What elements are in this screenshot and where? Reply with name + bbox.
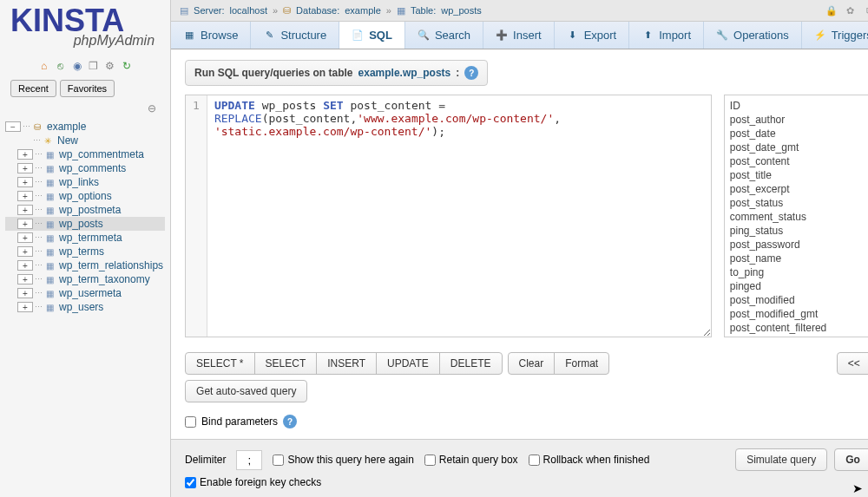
column-item[interactable]: to_ping: [730, 265, 865, 279]
table-icon: ✳: [41, 134, 55, 147]
code-content[interactable]: UPDATE wp_posts SET post_content = REPLA…: [207, 95, 568, 337]
settings-icon[interactable]: ✿: [844, 3, 858, 17]
delimiter-input[interactable]: [236, 450, 262, 470]
help-icon[interactable]: ?: [283, 415, 297, 428]
select-star-button[interactable]: SELECT *: [185, 352, 254, 375]
fk-checkbox[interactable]: [185, 477, 196, 488]
select-button[interactable]: SELECT: [254, 352, 318, 375]
query-title: Run SQL query/queries on table example.w…: [185, 60, 488, 86]
column-item[interactable]: post_author: [730, 113, 865, 127]
autosaved-button[interactable]: Get auto-saved query: [185, 380, 307, 402]
column-item[interactable]: ID: [730, 99, 865, 113]
tab-operations[interactable]: 🔧Operations: [704, 22, 802, 49]
editor-area: 1 UPDATE wp_posts SET post_content = REP…: [185, 95, 868, 343]
tab-triggers[interactable]: ⚡Triggers: [802, 22, 868, 49]
home-icon[interactable]: ⌂: [37, 59, 51, 73]
update-button[interactable]: UPDATE: [376, 352, 440, 375]
operations-icon: 🔧: [716, 29, 728, 42]
insert-button[interactable]: INSERT: [316, 352, 377, 375]
exit-icon[interactable]: ⎋: [54, 59, 68, 73]
db-name[interactable]: example: [345, 5, 381, 16]
docs-icon[interactable]: ❐: [87, 59, 101, 73]
column-item[interactable]: post_modified: [730, 293, 865, 307]
tree-item[interactable]: +⋯▦wp_postmeta: [5, 203, 165, 217]
server-name[interactable]: localhost: [230, 5, 267, 16]
column-item[interactable]: post_date_gmt: [730, 141, 865, 154]
expand-icon[interactable]: −: [5, 121, 21, 132]
gear-icon[interactable]: ⚙: [103, 59, 117, 73]
tree-item-selected[interactable]: +⋯▦wp_posts: [5, 217, 165, 231]
tab-browse[interactable]: ▦Browse: [171, 22, 251, 49]
column-item[interactable]: post_date: [730, 127, 865, 141]
tab-import[interactable]: ⬆Import: [629, 22, 704, 49]
column-item[interactable]: post_content_filtered: [730, 321, 865, 335]
expand-icon[interactable]: +: [17, 219, 33, 229]
tab-insert[interactable]: ➕Insert: [483, 22, 555, 49]
tab-structure[interactable]: ✎Structure: [251, 22, 339, 49]
overlay-icon[interactable]: ⧉: [863, 3, 868, 17]
column-item[interactable]: post_modified_gmt: [730, 307, 865, 321]
column-item[interactable]: post_status: [730, 196, 865, 210]
expand-icon[interactable]: +: [17, 246, 33, 257]
export-icon: ⬇: [567, 29, 579, 42]
column-item[interactable]: post_excerpt: [730, 182, 865, 196]
expand-icon[interactable]: +: [17, 149, 33, 160]
column-item[interactable]: post_title: [730, 168, 865, 182]
expand-icon[interactable]: +: [17, 260, 33, 271]
expand-icon[interactable]: +: [17, 302, 33, 312]
rollback-checkbox[interactable]: [529, 454, 540, 466]
tree-item[interactable]: +⋯▦wp_usermeta: [5, 286, 165, 300]
recent-tab[interactable]: Recent: [10, 80, 56, 97]
table-name[interactable]: wp_posts: [441, 5, 481, 16]
expand-icon[interactable]: +: [17, 205, 33, 215]
tree-item[interactable]: +⋯▦wp_commentmeta: [5, 147, 165, 161]
bind-parameters-checkbox[interactable]: [185, 416, 196, 428]
tab-search[interactable]: 🔍Search: [405, 22, 483, 49]
expand-icon[interactable]: +: [17, 191, 33, 201]
tree-connector-icon: ⋯: [35, 261, 43, 270]
globe-icon[interactable]: ◉: [70, 59, 84, 73]
expand-icon[interactable]: +: [17, 274, 33, 284]
column-item[interactable]: pinged: [730, 279, 865, 293]
tree-item[interactable]: +⋯▦wp_options: [5, 189, 165, 203]
help-icon[interactable]: ?: [464, 66, 478, 80]
expand-icon[interactable]: +: [17, 163, 33, 173]
columns-list[interactable]: IDpost_authorpost_datepost_date_gmtpost_…: [724, 95, 868, 337]
tree-item[interactable]: +⋯▦wp_termmeta: [5, 231, 165, 245]
query-title-prefix: Run SQL query/queries on table: [194, 67, 352, 79]
tree-item[interactable]: +⋯▦wp_terms: [5, 245, 165, 258]
expand-icon[interactable]: +: [17, 232, 33, 243]
sql-editor[interactable]: 1 UPDATE wp_posts SET post_content = REP…: [185, 95, 712, 337]
tree-item[interactable]: +⋯▦wp_comments: [5, 161, 165, 175]
delete-button[interactable]: DELETE: [439, 352, 503, 375]
tree-label: wp_posts: [59, 218, 103, 230]
tree-item[interactable]: +⋯▦wp_users: [5, 300, 165, 314]
format-button[interactable]: Format: [554, 352, 609, 375]
tab-sql[interactable]: 📄SQL: [339, 22, 405, 49]
collapse-sidebar-icon[interactable]: ⊖: [0, 101, 170, 116]
reload-icon[interactable]: ↻: [120, 59, 134, 73]
tree-item[interactable]: +⋯▦wp_links: [5, 175, 165, 189]
expand-icon[interactable]: +: [17, 177, 33, 187]
tree-item[interactable]: −⋯⛁example: [5, 120, 165, 134]
fk-label: Enable foreign key checks: [200, 476, 321, 488]
tree-item[interactable]: +⋯▦wp_term_taxonomy: [5, 272, 165, 286]
simulate-button[interactable]: Simulate query: [735, 448, 827, 471]
query-title-link[interactable]: example.wp_posts: [358, 67, 451, 79]
favorites-tab[interactable]: Favorites: [60, 80, 115, 97]
column-item[interactable]: comment_status: [730, 210, 865, 224]
tab-export[interactable]: ⬇Export: [555, 22, 630, 49]
column-item[interactable]: ping_status: [730, 224, 865, 238]
retain-checkbox[interactable]: [424, 454, 436, 466]
collapse-columns-button[interactable]: <<: [837, 352, 868, 375]
show-again-checkbox[interactable]: [273, 454, 284, 466]
clear-button[interactable]: Clear: [508, 352, 556, 375]
column-item[interactable]: post_password: [730, 238, 865, 252]
tree-item[interactable]: ⋯✳New: [5, 134, 165, 147]
go-button[interactable]: Go: [834, 448, 868, 471]
lock-icon[interactable]: 🔒: [825, 3, 838, 17]
tree-item[interactable]: +⋯▦wp_term_relationships: [5, 258, 165, 272]
expand-icon[interactable]: +: [17, 288, 33, 298]
column-item[interactable]: post_content: [730, 154, 865, 168]
column-item[interactable]: post_name: [730, 252, 865, 265]
